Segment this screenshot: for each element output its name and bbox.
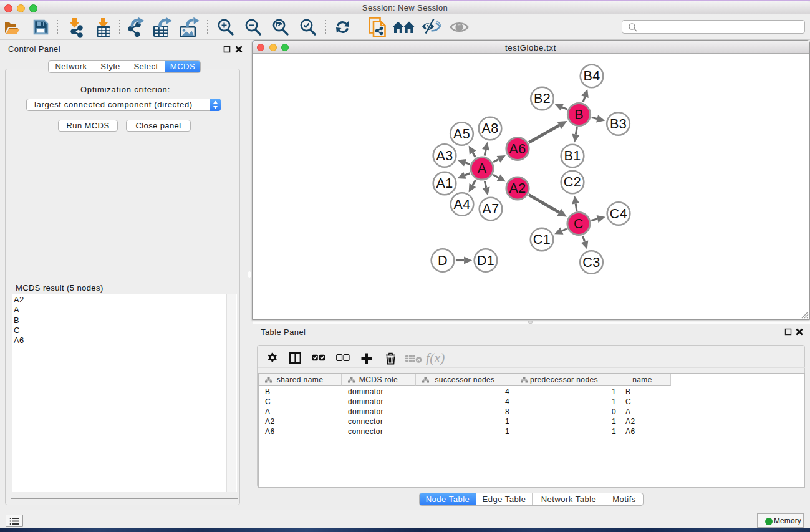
svg-text:A8: A8 (481, 121, 498, 136)
svg-text:A4: A4 (453, 197, 470, 212)
svg-text:B1: B1 (564, 148, 581, 163)
svg-text:C4: C4 (610, 206, 627, 221)
svg-text:A7: A7 (482, 201, 499, 216)
svg-text:A: A (478, 161, 487, 176)
svg-text:C: C (574, 216, 584, 231)
svg-text:C3: C3 (582, 255, 600, 270)
svg-text:A1: A1 (436, 176, 453, 191)
svg-text:A3: A3 (436, 148, 453, 163)
svg-text:A2: A2 (509, 181, 526, 196)
svg-text:B2: B2 (534, 91, 551, 106)
svg-text:D1: D1 (477, 253, 494, 268)
svg-text:B4: B4 (583, 69, 600, 84)
svg-text:A5: A5 (453, 127, 470, 142)
svg-text:B: B (574, 107, 584, 122)
svg-text:D: D (438, 253, 448, 268)
svg-text:A6: A6 (509, 142, 526, 157)
svg-text:C1: C1 (533, 232, 551, 247)
svg-text:B3: B3 (610, 117, 627, 132)
svg-text:C2: C2 (564, 175, 581, 190)
